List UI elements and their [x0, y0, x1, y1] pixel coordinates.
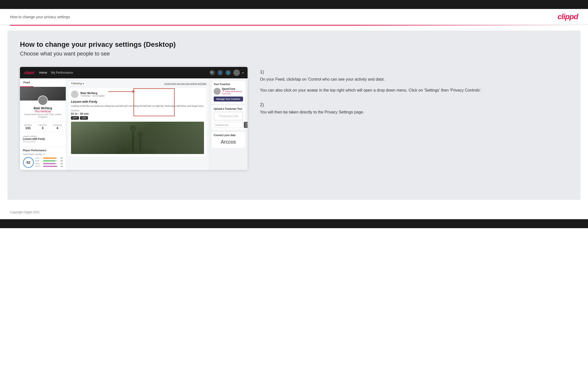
- stat-activities-value: 131: [24, 126, 32, 130]
- latest-activity: Latest Activity Lesson with Fordy 03 Aug…: [20, 134, 66, 144]
- site-header: How to change your privacy settings clip…: [0, 9, 588, 25]
- mockup-nav-icons: 🔍 👤 🌐 ▾: [209, 69, 244, 76]
- connect-data-box: Connect your data Arccos: [212, 132, 245, 148]
- latest-activity-date: 03 Aug 2022: [23, 140, 63, 143]
- trackman-link-input[interactable]: [214, 122, 243, 128]
- post-duration-label: Duration: [71, 109, 204, 112]
- profile-name: Blair McHarg: [22, 106, 63, 110]
- stat-activities: Activities 131: [24, 124, 32, 130]
- svg-point-2: [130, 125, 136, 132]
- player-quality-bars: OTT 90 APP 85: [35, 157, 63, 168]
- svg-point-0: [116, 149, 156, 154]
- instruction-2-number: 2): [260, 102, 568, 107]
- person-icon[interactable]: 👤: [217, 70, 223, 75]
- trackman-input-row: Add Link: [214, 122, 243, 128]
- footer-copyright: Copyright Clippd 2022: [10, 210, 40, 214]
- stat-activities-label: Activities: [24, 124, 32, 126]
- player-performance-title: Player Performance: [23, 149, 63, 152]
- globe-icon[interactable]: 🌐: [225, 70, 231, 75]
- post-user-info: Blair McHarg Yesterday · Sunningdale: [80, 92, 105, 97]
- latest-activity-label: Latest Activity: [23, 135, 63, 138]
- coach-row: David Ford 📍 Royal North Devon Golf Club: [214, 88, 243, 95]
- golf-silhouette: [111, 122, 161, 154]
- post-card: Blair McHarg Yesterday · Sunningdale Les…: [68, 88, 206, 157]
- stat-followers-label: Followers: [38, 124, 47, 126]
- instruction-2-text: You will then be taken directly to the P…: [260, 109, 568, 115]
- mockup-sidebar: Feed Blair McHarg Plus Handicap Royal No…: [20, 78, 66, 170]
- post-user-row: Blair McHarg Yesterday · Sunningdale: [71, 91, 204, 98]
- post-tag-app: APP: [80, 116, 88, 120]
- player-quality-label: Total Player Quality ⓘ: [23, 153, 63, 156]
- main-title: How to change your privacy settings (Des…: [20, 41, 568, 49]
- nav-link-performance[interactable]: My Performance: [51, 71, 73, 74]
- stat-followers: Followers 3: [38, 124, 47, 130]
- arccos-brand: Arccos: [214, 138, 243, 146]
- bottom-bar: [0, 219, 588, 228]
- site-footer: Copyright Clippd 2022: [0, 205, 588, 219]
- bar-putt: PUTT 96: [35, 165, 63, 167]
- coach-club-icon: 📍: [222, 90, 225, 93]
- following-chevron-icon: ▾: [83, 82, 84, 85]
- coaches-title: Your Coaches: [214, 83, 243, 86]
- connect-data-title: Connect your data: [214, 134, 243, 137]
- trackman-placeholder-text: Trackman Link: [219, 114, 238, 118]
- post-description: Looking to feel like my hands are exitin…: [71, 105, 204, 108]
- bar-ott: OTT 90: [35, 157, 63, 159]
- coach-avatar: [214, 88, 221, 95]
- player-performance: Player Performance Total Player Quality …: [20, 147, 66, 170]
- app-mockup: clippd Home My Performance 🔍 👤 🌐 ▾: [20, 67, 248, 170]
- instruction-1: 1) On your Feed, click/tap on 'Control w…: [260, 69, 568, 93]
- mockup-navbar: clippd Home My Performance 🔍 👤 🌐 ▾: [20, 67, 248, 78]
- profile-stats: Activities 131 Followers 3 Following 4: [20, 122, 66, 132]
- app-mockup-wrapper: clippd Home My Performance 🔍 👤 🌐 ▾: [20, 67, 248, 170]
- profile-club: Royal North Devon Golf Club, United King…: [22, 113, 63, 118]
- trackman-box: Upload a Trackman Test Trackman Link Add…: [212, 105, 245, 130]
- nav-link-home[interactable]: Home: [39, 71, 47, 74]
- stat-following-value: 4: [53, 126, 62, 130]
- post-user-name: Blair McHarg: [80, 92, 105, 95]
- coaches-box: Your Coaches David Ford 📍 Royal North De…: [212, 81, 245, 104]
- stat-followers-value: 3: [38, 126, 47, 130]
- post-tags: OTT APP: [71, 116, 204, 120]
- post-user-location: Yesterday · Sunningdale: [80, 95, 105, 97]
- coach-club: 📍 Royal North Devon Golf Club: [222, 90, 243, 95]
- post-duration-value: 01 hr : 30 min: [71, 112, 204, 115]
- profile-info: Blair McHarg Plus Handicap Royal North D…: [20, 106, 66, 120]
- latest-activity-name: Lesson with Fordy: [23, 138, 63, 140]
- search-icon[interactable]: 🔍: [209, 70, 215, 75]
- profile-banner: [20, 87, 66, 101]
- player-quality-score: 92: [23, 157, 34, 168]
- add-link-button[interactable]: Add Link: [244, 122, 248, 128]
- stat-following: Following 4: [53, 124, 62, 130]
- svg-rect-3: [139, 135, 141, 152]
- player-quality-row: 92 OTT 90 APP: [23, 157, 63, 168]
- trackman-title: Upload a Trackman Test: [214, 107, 243, 110]
- profile-avatar: [38, 96, 48, 105]
- stat-following-label: Following: [53, 124, 62, 126]
- main-content: How to change your privacy settings (Des…: [7, 31, 581, 200]
- profile-handicap: Plus Handicap: [22, 110, 63, 113]
- instructions-panel: 1) On your Feed, click/tap on 'Control w…: [260, 67, 568, 124]
- user-avatar-nav[interactable]: [233, 69, 240, 76]
- post-tag-ott: OTT: [71, 116, 79, 120]
- feed-header: Following ▾ Control who can see your act…: [68, 81, 206, 86]
- bar-app: APP 85: [35, 160, 63, 162]
- profile-card: Blair McHarg Plus Handicap Royal North D…: [20, 87, 66, 147]
- mockup-nav-links: Home My Performance: [39, 71, 204, 74]
- following-label: Following: [71, 82, 82, 85]
- content-layout: clippd Home My Performance 🔍 👤 🌐 ▾: [20, 67, 568, 170]
- feed-tab[interactable]: Feed: [20, 78, 33, 87]
- trackman-placeholder: Trackman Link: [214, 112, 243, 120]
- instruction-1-extra: You can also click on your avatar in the…: [260, 87, 568, 94]
- manage-coaches-button[interactable]: Manage Your Coaches: [214, 97, 243, 102]
- mockup-body: Feed Blair McHarg Plus Handicap Royal No…: [20, 78, 248, 170]
- top-bar: [0, 0, 588, 9]
- control-privacy-link[interactable]: Control who can see your activity and da…: [164, 82, 206, 85]
- coach-name: David Ford: [222, 88, 243, 90]
- clippd-logo[interactable]: clippd: [558, 12, 578, 21]
- post-image: [71, 122, 204, 154]
- avatar-dropdown-chevron[interactable]: ▾: [242, 71, 244, 74]
- bar-arg: ARG 86: [35, 162, 63, 165]
- following-button[interactable]: Following ▾: [68, 81, 87, 86]
- post-user-avatar: [71, 91, 78, 98]
